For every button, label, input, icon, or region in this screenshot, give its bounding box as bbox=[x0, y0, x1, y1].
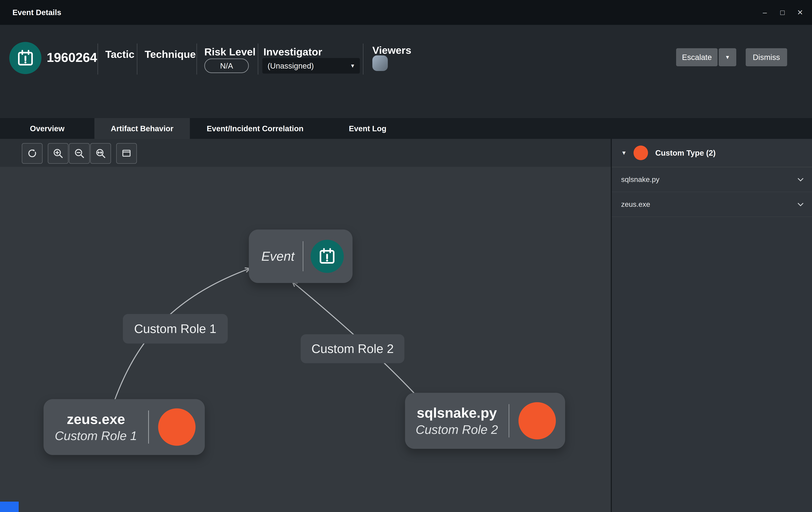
close-button[interactable]: ✕ bbox=[791, 0, 809, 25]
node-divider bbox=[509, 404, 509, 437]
edge-label-custom-role-1: Custom Role 1 bbox=[123, 314, 228, 343]
custom-type-group-header[interactable]: ▼ Custom Type (2) bbox=[612, 139, 812, 167]
header-divider bbox=[197, 43, 197, 74]
zoom-out-icon bbox=[74, 148, 85, 159]
artifact-role: Custom Role 2 bbox=[416, 422, 498, 437]
titlebar: Event Details – □ ✕ bbox=[0, 0, 812, 25]
investigator-select[interactable]: (Unassigned) ▼ bbox=[262, 58, 360, 73]
risk-level-badge: N/A bbox=[204, 58, 249, 73]
behavior-graph-canvas[interactable]: Custom Role 1 Custom Role 2 Event zeus.e… bbox=[0, 139, 611, 512]
graph-toolbar bbox=[0, 139, 611, 167]
fit-to-screen-button[interactable] bbox=[90, 143, 111, 164]
header-divider bbox=[363, 43, 364, 74]
background-window-sliver bbox=[0, 502, 19, 512]
event-header: 1960264 Tactic Technique Risk Level N/A … bbox=[0, 25, 812, 118]
edge-label-custom-role-2: Custom Role 2 bbox=[301, 334, 404, 363]
artifact-title: sqlsnake.py bbox=[417, 405, 497, 421]
tactic-label: Tactic bbox=[105, 48, 135, 61]
artifact-title: zeus.exe bbox=[67, 411, 125, 427]
event-calendar-icon bbox=[9, 42, 41, 74]
risk-level-label: Risk Level bbox=[204, 45, 256, 59]
group-title: Custom Type (2) bbox=[655, 148, 716, 157]
header-actions: Escalate ▼ Dismiss bbox=[676, 48, 787, 66]
sidebar-item-label: zeus.exe bbox=[621, 200, 650, 208]
artifact-node-sqlsnake[interactable]: sqlsnake.py Custom Role 2 bbox=[405, 393, 565, 449]
chevron-down-icon[interactable] bbox=[796, 175, 805, 184]
tab-bar: Overview Artifact Behavior Event/Inciden… bbox=[0, 118, 812, 139]
zoom-in-button[interactable] bbox=[48, 143, 68, 164]
event-id: 1960264 bbox=[47, 50, 97, 65]
sidebar-item-sqlsnake[interactable]: sqlsnake.py bbox=[612, 167, 812, 192]
legend-sidebar: ▼ Custom Type (2) sqlsnake.py zeus.exe bbox=[611, 139, 812, 512]
tab-event-log[interactable]: Event Log bbox=[320, 118, 415, 139]
reset-view-button[interactable] bbox=[22, 143, 42, 164]
node-divider bbox=[148, 411, 149, 444]
sidebar-item-label: sqlsnake.py bbox=[621, 175, 660, 184]
escalate-button[interactable]: Escalate bbox=[676, 48, 718, 66]
zoom-in-icon bbox=[52, 148, 64, 159]
minimize-button[interactable]: – bbox=[756, 0, 774, 25]
graph-edges bbox=[0, 139, 611, 512]
escalate-menu-button[interactable]: ▼ bbox=[719, 48, 736, 66]
chevron-down-icon: ▼ bbox=[350, 63, 355, 69]
technique-label: Technique bbox=[145, 48, 196, 61]
event-node-label: Event bbox=[261, 249, 294, 264]
investigator-value: (Unassigned) bbox=[267, 61, 314, 70]
header-divider bbox=[137, 43, 137, 74]
dismiss-button[interactable]: Dismiss bbox=[746, 48, 787, 66]
event-calendar-icon bbox=[311, 240, 344, 273]
node-divider bbox=[303, 241, 303, 271]
panel-layout-icon bbox=[121, 148, 132, 159]
artifact-node-zeus[interactable]: zeus.exe Custom Role 1 bbox=[44, 399, 205, 455]
sidebar-item-zeus[interactable]: zeus.exe bbox=[612, 192, 812, 217]
zoom-out-button[interactable] bbox=[69, 143, 90, 164]
event-node[interactable]: Event bbox=[249, 230, 352, 283]
event-details-window: Event Details – □ ✕ 1960264 Tactic Techn… bbox=[0, 0, 812, 512]
window-title: Event Details bbox=[12, 8, 61, 17]
header-divider bbox=[97, 43, 98, 74]
maximize-button[interactable]: □ bbox=[774, 0, 791, 25]
tab-event-incident-correlation[interactable]: Event/Incident Correlation bbox=[190, 118, 320, 139]
custom-type-icon bbox=[519, 402, 556, 440]
tab-artifact-behavior[interactable]: Artifact Behavior bbox=[94, 118, 190, 139]
fit-to-screen-icon bbox=[95, 148, 106, 159]
artifact-role: Custom Role 1 bbox=[55, 429, 137, 443]
collapse-caret-icon[interactable]: ▼ bbox=[621, 150, 627, 156]
custom-type-icon bbox=[634, 146, 648, 160]
tab-overview[interactable]: Overview bbox=[0, 118, 94, 139]
investigator-label: Investigator bbox=[263, 45, 322, 59]
header-divider bbox=[258, 43, 258, 74]
chevron-down-icon[interactable] bbox=[796, 200, 805, 209]
refresh-icon bbox=[27, 148, 38, 159]
custom-type-icon bbox=[158, 409, 196, 446]
viewers-label: Viewers bbox=[372, 43, 411, 57]
viewer-avatar bbox=[372, 55, 388, 71]
window-controls: – □ ✕ bbox=[756, 0, 809, 25]
panel-toggle-button[interactable] bbox=[116, 143, 137, 164]
